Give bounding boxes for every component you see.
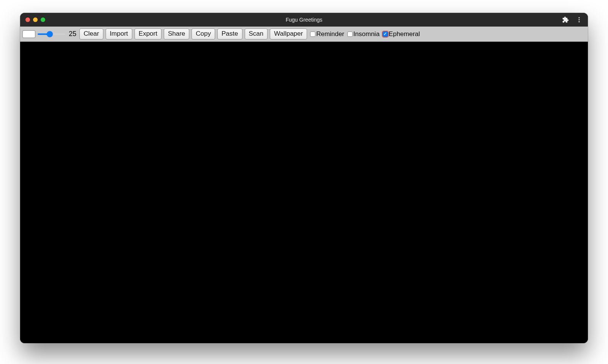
- window-close-button[interactable]: [25, 17, 30, 22]
- stage: Fugu Greetings 25 Clear Import Export Sh…: [0, 0, 608, 364]
- copy-button[interactable]: Copy: [192, 28, 215, 39]
- svg-point-2: [579, 21, 580, 22]
- share-button[interactable]: Share: [164, 28, 189, 39]
- ephemeral-label: Ephemeral: [389, 30, 420, 38]
- drawing-canvas[interactable]: [20, 42, 588, 343]
- svg-point-1: [579, 19, 580, 20]
- import-button[interactable]: Import: [106, 28, 132, 39]
- brush-size-value: 25: [68, 30, 76, 38]
- brush-size-slider[interactable]: [38, 33, 65, 35]
- puzzle-icon[interactable]: [562, 16, 569, 23]
- titlebar: Fugu Greetings: [20, 13, 588, 27]
- color-swatch[interactable]: [22, 30, 35, 38]
- scan-button[interactable]: Scan: [245, 28, 268, 39]
- checkbox-icon: [383, 32, 388, 37]
- clear-button[interactable]: Clear: [79, 28, 103, 39]
- titlebar-right: [562, 16, 583, 23]
- insomnia-checkbox[interactable]: Insomnia: [347, 30, 380, 38]
- window-title: Fugu Greetings: [20, 17, 588, 23]
- checkbox-icon: [310, 32, 315, 37]
- reminder-checkbox[interactable]: Reminder: [310, 30, 344, 38]
- export-button[interactable]: Export: [135, 28, 162, 39]
- wallpaper-button[interactable]: Wallpaper: [270, 28, 307, 39]
- svg-point-0: [579, 17, 580, 18]
- slider-thumb[interactable]: [47, 31, 53, 37]
- window-maximize-button[interactable]: [41, 17, 45, 22]
- paste-button[interactable]: Paste: [217, 28, 242, 39]
- checkbox-icon: [347, 32, 353, 37]
- more-vertical-icon[interactable]: [576, 16, 583, 23]
- insomnia-label: Insomnia: [353, 30, 380, 38]
- app-window: Fugu Greetings 25 Clear Import Export Sh…: [20, 13, 588, 343]
- window-minimize-button[interactable]: [33, 17, 38, 22]
- window-controls: [25, 17, 45, 22]
- reminder-label: Reminder: [316, 30, 344, 38]
- ephemeral-checkbox[interactable]: Ephemeral: [383, 30, 420, 38]
- toolbar: 25 Clear Import Export Share Copy Paste …: [20, 27, 588, 42]
